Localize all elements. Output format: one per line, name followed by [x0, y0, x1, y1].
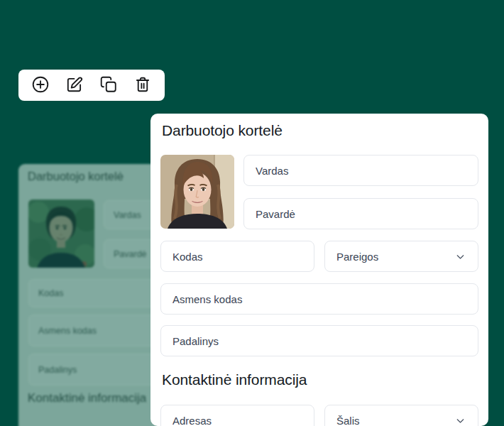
add-button[interactable]	[31, 76, 50, 95]
toolbar	[18, 70, 165, 101]
woman-portrait-illustration	[160, 155, 234, 229]
chevron-down-icon	[454, 415, 466, 426]
copy-icon	[99, 75, 118, 96]
edit-pencil-icon	[65, 75, 84, 96]
contact-section-title: Kontaktinė informacija	[162, 371, 307, 388]
position-select[interactable]: Pareigos	[324, 241, 478, 272]
country-select[interactable]: Šalis	[324, 405, 478, 426]
address-input[interactable]	[160, 405, 314, 426]
employee-photo[interactable]	[160, 155, 234, 229]
trash-icon	[133, 75, 152, 96]
first-name-input[interactable]	[243, 155, 478, 186]
background-card-title: Darbuotojo kortelė	[28, 170, 124, 183]
background-contact-section-title: Kontaktinė informacija	[28, 391, 146, 405]
employee-card: Darbuotojo kortelė	[150, 114, 488, 426]
country-select-label: Šalis	[336, 415, 360, 426]
department-input[interactable]	[160, 325, 478, 356]
edit-button[interactable]	[65, 76, 84, 95]
code-input[interactable]	[160, 241, 314, 272]
delete-button[interactable]	[133, 76, 152, 95]
man-portrait-illustration	[28, 200, 94, 268]
plus-circle-icon	[31, 75, 50, 96]
card-title: Darbuotojo kortelė	[162, 122, 283, 139]
desktop-background: Darbuotojo kortelė	[0, 0, 504, 426]
last-name-input[interactable]	[243, 198, 478, 229]
personal-code-input[interactable]	[160, 283, 478, 315]
chevron-down-icon	[454, 251, 466, 263]
background-employee-photo	[28, 200, 94, 268]
position-select-label: Pareigos	[336, 251, 378, 263]
copy-button[interactable]	[99, 76, 118, 95]
